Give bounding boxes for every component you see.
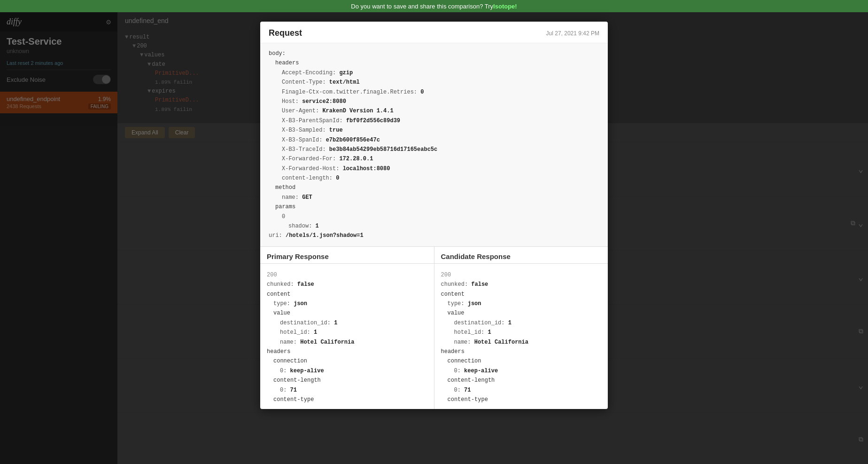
candidate-connection: connection xyxy=(441,356,602,366)
x-forwarded-for: X-Forwarded-For: 172.28.0.1 xyxy=(269,154,599,164)
accept-encoding: Accept-Encoding: gzip xyxy=(269,68,599,78)
primary-content-type: content-type xyxy=(267,395,427,404)
candidate-response-header: Candidate Response xyxy=(434,247,608,263)
primary-value-label: value xyxy=(267,308,427,318)
x-b3-sampled: X-B3-Sampled: true xyxy=(269,126,599,135)
candidate-hotel-id: hotel_id: 1 xyxy=(441,328,602,337)
user-agent: User-Agent: KrakenD Version 1.4.1 xyxy=(269,106,599,116)
candidate-status: 200 xyxy=(441,268,602,280)
candidate-dest-id: destination_id: 1 xyxy=(441,318,602,328)
params-shadow: shadow: 1 xyxy=(269,221,599,231)
modal-backdrop[interactable]: Request Jul 27, 2021 9:42 PM body: heade… xyxy=(0,12,868,464)
primary-name: name: Hotel California xyxy=(267,338,427,347)
request-body: body: headers Accept-Encoding: gzip Cont… xyxy=(260,43,608,246)
top-banner: Do you want to save and share this compa… xyxy=(0,0,868,12)
primary-response-title: Primary Response xyxy=(260,247,434,263)
candidate-chunked: chunked: false xyxy=(441,280,602,289)
content-length-req: content-length: 0 xyxy=(269,173,599,183)
primary-connection: connection xyxy=(267,356,427,366)
candidate-response-col: 200 chunked: false content type: json va… xyxy=(434,264,608,409)
primary-response-header: Primary Response xyxy=(260,247,434,263)
primary-conn-0: 0: keep-alive xyxy=(267,366,427,376)
primary-cl-0: 0: 71 xyxy=(267,385,427,395)
primary-type: type: json xyxy=(267,299,427,308)
candidate-value-label: value xyxy=(441,308,602,318)
x-b3-traceid: X-B3-TraceId: be3b84ab54299eb58716d17165… xyxy=(269,145,599,154)
candidate-response-title: Candidate Response xyxy=(434,247,608,263)
primary-headers: headers xyxy=(267,347,427,356)
headers-label: headers xyxy=(269,58,599,68)
candidate-headers: headers xyxy=(441,347,602,356)
banner-text: Do you want to save and share this compa… xyxy=(351,3,493,10)
candidate-name: name: Hotel California xyxy=(441,338,602,347)
candidate-cl-0: 0: 71 xyxy=(441,385,602,395)
modal-title: Request xyxy=(269,28,302,38)
finagle-retries: Finagle-Ctx-com.twitter.finagle.Retries:… xyxy=(269,87,599,97)
candidate-content-type: content-type xyxy=(441,395,602,404)
uri-line: uri: /hotels/1.json?shadow=1 xyxy=(269,231,599,240)
primary-content: content xyxy=(267,290,427,299)
body-label: body: xyxy=(269,49,599,58)
response-header-row: Primary Response Candidate Response xyxy=(260,246,608,263)
host: Host: service2:8080 xyxy=(269,97,599,106)
content-type: Content-Type: text/html xyxy=(269,78,599,87)
primary-dest-id: destination_id: 1 xyxy=(267,318,427,328)
banner-link[interactable]: Isotope! xyxy=(493,3,517,10)
x-b3-spanid: X-B3-SpanId: e7b2b600f856e47c xyxy=(269,135,599,145)
primary-response-col: 200 chunked: false content type: json va… xyxy=(260,264,434,409)
candidate-content: content xyxy=(441,290,602,299)
candidate-type: type: json xyxy=(441,299,602,308)
primary-content-length: content-length xyxy=(267,376,427,385)
candidate-content-length: content-length xyxy=(441,376,602,385)
params-0: 0 xyxy=(269,212,599,221)
method-label: method xyxy=(269,183,599,192)
modal-header: Request Jul 27, 2021 9:42 PM xyxy=(260,22,608,43)
x-forwarded-host: X-Forwarded-Host: localhost:8080 xyxy=(269,164,599,173)
primary-hotel-id: hotel_id: 1 xyxy=(267,328,427,337)
method-name: name: GET xyxy=(269,193,599,202)
modal-timestamp: Jul 27, 2021 9:42 PM xyxy=(546,30,599,37)
x-b3-parentspanid: X-B3-ParentSpanId: fbf0f2d556c89d39 xyxy=(269,116,599,126)
primary-chunked: chunked: false xyxy=(267,280,427,289)
request-modal: Request Jul 27, 2021 9:42 PM body: heade… xyxy=(260,22,608,409)
response-section: 200 chunked: false content type: json va… xyxy=(260,263,608,409)
primary-status: 200 xyxy=(267,268,427,280)
candidate-conn-0: 0: keep-alive xyxy=(441,366,602,376)
params-label: params xyxy=(269,202,599,212)
